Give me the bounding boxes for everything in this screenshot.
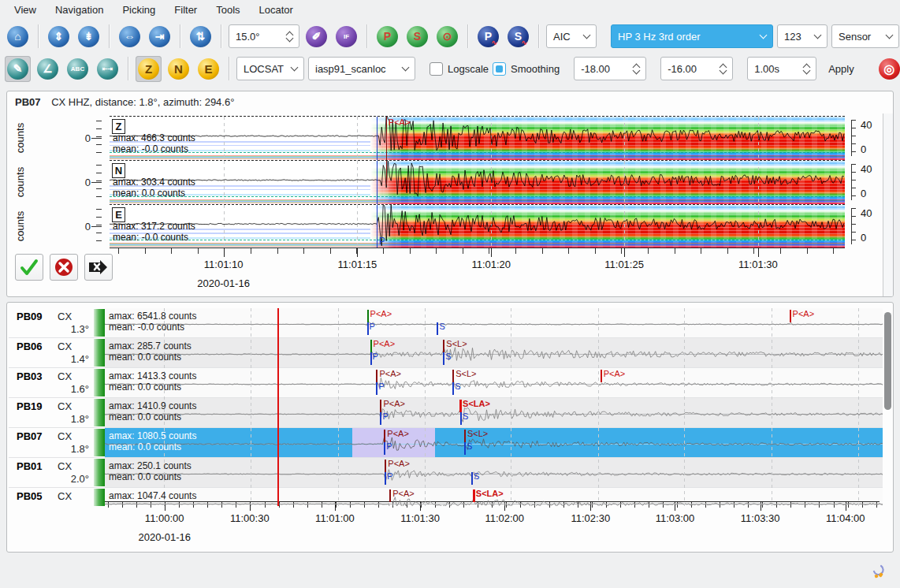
station-row-pb09[interactable]: PB09CX1.3°amax: 6541.8 countsmean: -0.0 … bbox=[9, 308, 883, 338]
pick-line-p[interactable] bbox=[370, 340, 372, 352]
spin-arrows-icon[interactable] bbox=[634, 65, 639, 73]
picker-trace-z[interactable]: Zamax: 466.3 countsmean: -0.0 countsP<A> bbox=[110, 116, 845, 160]
s-waveform-icon[interactable]: S∿ bbox=[508, 26, 529, 47]
station-trace[interactable]: amax: 1080.5 countsmean: 0.0 countsP<A>S… bbox=[105, 428, 883, 457]
picker-trace-e[interactable]: Eamax: 317.2 countsmean: -0.0 countsP bbox=[110, 204, 845, 248]
time-window-spinbox[interactable]: 1.00s bbox=[747, 57, 816, 80]
pick-line-s[interactable] bbox=[471, 472, 473, 485]
pick-line-s[interactable] bbox=[452, 382, 454, 395]
pick-line-s[interactable] bbox=[464, 442, 466, 455]
amplitude-fit-icon[interactable]: ⇟ bbox=[78, 26, 99, 47]
pick-line-p[interactable] bbox=[389, 489, 391, 502]
pick-line-p[interactable] bbox=[380, 400, 381, 412]
pick-line-s[interactable] bbox=[460, 412, 462, 425]
checkbox-icon[interactable] bbox=[430, 62, 443, 76]
menu-filter[interactable]: Filter bbox=[166, 2, 205, 18]
pick-line-p-auto[interactable] bbox=[386, 117, 388, 160]
pick-line-p[interactable] bbox=[384, 442, 385, 455]
station-trace[interactable]: amax: 1410.9 countsmean: 0.0 countsP<A>S… bbox=[105, 398, 883, 427]
pick-line-p[interactable] bbox=[384, 430, 385, 442]
picker-trace-n[interactable]: Namax: 303.4 countsmean: 0.0 counts bbox=[110, 160, 845, 204]
goto-p-pick-icon[interactable]: P bbox=[377, 26, 398, 47]
pick-line-p[interactable] bbox=[376, 370, 377, 382]
picker-scrollbar[interactable] bbox=[883, 114, 893, 296]
pick-line-p[interactable] bbox=[380, 412, 381, 425]
pick-line-p[interactable] bbox=[370, 352, 372, 365]
pick-line-p[interactable] bbox=[385, 472, 386, 485]
uncertainty-tool-icon[interactable]: ∠ bbox=[37, 58, 58, 80]
confirm-pick-button[interactable] bbox=[15, 254, 43, 281]
pick-line-p[interactable] bbox=[377, 161, 378, 204]
menu-picking[interactable]: Picking bbox=[114, 2, 163, 18]
home-icon[interactable]: ⌂ bbox=[7, 26, 28, 47]
pick-line-p[interactable] bbox=[790, 310, 791, 322]
spectrum-min-spinbox[interactable]: -18.00 bbox=[574, 57, 646, 80]
station-row-pb19[interactable]: PB19CX1.8°amax: 1410.9 countsmean: 0.0 c… bbox=[9, 398, 883, 428]
pick-line-s[interactable] bbox=[464, 430, 466, 442]
pick-line-s[interactable] bbox=[443, 352, 444, 365]
pick-line-p[interactable] bbox=[367, 322, 369, 335]
pick-line-s[interactable] bbox=[443, 340, 444, 352]
pick-line-p[interactable] bbox=[367, 310, 369, 322]
goto-s-pick-icon[interactable]: S bbox=[407, 26, 428, 47]
menu-view[interactable]: View bbox=[6, 2, 44, 18]
station-row-pb06[interactable]: PB06CX1.4°amax: 285.7 countsmean: 0.0 co… bbox=[9, 338, 883, 368]
pick-line-s[interactable] bbox=[452, 370, 454, 382]
data-source-dropdown[interactable]: Sensor bbox=[831, 24, 899, 48]
pick-line-p[interactable] bbox=[377, 117, 378, 160]
menu-locator[interactable]: Locator bbox=[251, 2, 301, 18]
pick-line-s[interactable] bbox=[459, 400, 462, 412]
station-trace[interactable]: amax: 6541.8 countsmean: -0.0 countsP<A>… bbox=[105, 308, 883, 337]
if-filter-icon[interactable]: IF bbox=[336, 26, 357, 47]
spectrum-max-spinbox[interactable]: -16.00 bbox=[660, 57, 733, 80]
amplitude-mode-dropdown[interactable]: 123 bbox=[777, 24, 827, 48]
skip-station-button[interactable] bbox=[84, 254, 113, 281]
rotation-spinbox[interactable]: 15.0° bbox=[229, 24, 299, 48]
station-trace[interactable]: amax: 1047.4 countsP<A>S<LA> bbox=[105, 488, 883, 506]
pick-line-p[interactable] bbox=[385, 460, 386, 472]
spin-arrows-icon[interactable] bbox=[804, 65, 809, 73]
checkbox-checked-icon[interactable] bbox=[493, 62, 506, 76]
pick-ruler-icon[interactable]: ✐ bbox=[306, 26, 327, 47]
pick-line-s[interactable] bbox=[437, 322, 438, 335]
component-n-button[interactable]: N bbox=[168, 58, 189, 80]
station-row-pb05[interactable]: PB05CXamax: 1047.4 countsP<A>S<LA> bbox=[9, 488, 883, 506]
spin-arrows-icon[interactable] bbox=[720, 65, 726, 73]
p-waveform-icon[interactable]: P∿ bbox=[478, 26, 499, 47]
station-row-pb07[interactable]: PB07CX1.8°amax: 1080.5 countsmean: 0.0 c… bbox=[9, 428, 883, 458]
onset-method-dropdown[interactable]: AIC bbox=[546, 24, 597, 48]
time-window-tool-icon[interactable]: ⇤⇥ bbox=[97, 58, 118, 80]
relocate-target-icon[interactable]: ◎ bbox=[879, 58, 900, 80]
station-list-scrollbar[interactable] bbox=[884, 312, 891, 410]
amplitude-expand-icon[interactable]: ⇕ bbox=[48, 26, 69, 47]
locator-dropdown[interactable]: LOCSAT bbox=[236, 57, 304, 80]
station-row-pb01[interactable]: PB01CX2.0°amax: 250.1 countsmean: 0.0 co… bbox=[9, 458, 883, 488]
reject-pick-button[interactable] bbox=[50, 254, 78, 281]
pick-line-s[interactable] bbox=[473, 489, 475, 502]
filter-dropdown[interactable]: HP 3 Hz 3rd order bbox=[611, 24, 773, 48]
pick-line-p[interactable] bbox=[377, 205, 378, 247]
station-trace[interactable]: amax: 1413.3 countsmean: 0.0 countsP<A>S… bbox=[105, 368, 883, 397]
goto-origin-icon[interactable]: ⊙ bbox=[437, 26, 458, 47]
component-z-button[interactable]: Z bbox=[138, 58, 159, 80]
pick-line-p[interactable] bbox=[601, 370, 602, 382]
pick-line-p-auto[interactable] bbox=[386, 161, 388, 184]
time-expand-icon[interactable]: ⇔ bbox=[119, 26, 140, 47]
spin-arrows-icon[interactable] bbox=[287, 32, 292, 41]
pencil-tool-icon[interactable]: ✎ bbox=[7, 58, 28, 80]
profile-dropdown[interactable]: iasp91_scanloc bbox=[308, 57, 415, 80]
apply-button[interactable]: Apply bbox=[820, 59, 862, 79]
station-trace[interactable]: amax: 250.1 countsmean: 0.0 countsP<A>PS bbox=[105, 458, 883, 487]
smoothing-checkbox[interactable]: Smoothing bbox=[493, 62, 560, 76]
row-height-icon[interactable]: ⇅ bbox=[190, 26, 211, 47]
logscale-checkbox[interactable]: Logscale bbox=[430, 62, 489, 76]
station-trace[interactable]: amax: 285.7 countsmean: 0.0 countsP<A>S<… bbox=[105, 338, 883, 367]
menu-tools[interactable]: Tools bbox=[208, 2, 247, 18]
menu-navigation[interactable]: Navigation bbox=[47, 2, 111, 18]
connection-plug-icon[interactable] bbox=[870, 563, 887, 580]
station-row-pb03[interactable]: PB03CX1.6°amax: 1413.3 countsmean: 0.0 c… bbox=[9, 368, 883, 398]
pick-line-p[interactable] bbox=[376, 382, 377, 395]
phase-label-tool-icon[interactable]: ABC bbox=[67, 58, 88, 80]
component-e-button[interactable]: E bbox=[198, 58, 219, 80]
time-fit-icon[interactable]: ⇥ bbox=[149, 26, 170, 47]
